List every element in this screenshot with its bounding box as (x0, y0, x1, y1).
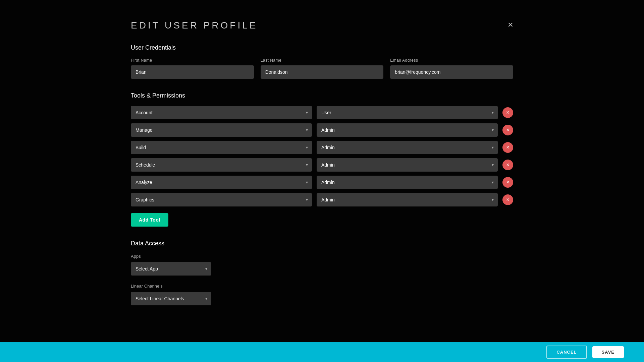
last-name-group: Last Name (261, 58, 384, 79)
modal-title: EDIT USER PROFILE (131, 20, 258, 31)
permission-select-3[interactable]: UserAdminViewer (317, 141, 498, 154)
table-row: AccountManageBuildScheduleAnalyzeGraphic… (131, 141, 513, 154)
table-row: AccountManageBuildScheduleAnalyzeGraphic… (131, 193, 513, 206)
close-button[interactable]: × (508, 20, 513, 29)
save-button[interactable]: SAVE (592, 346, 624, 358)
footer-bar: CANCEL SAVE (0, 342, 644, 362)
tool-select-wrapper-2: AccountManageBuildScheduleAnalyzeGraphic… (131, 123, 312, 137)
remove-row-button-6[interactable]: × (502, 194, 513, 205)
modal-header: EDIT USER PROFILE × (131, 20, 513, 31)
channels-field-section: Linear Channels Select Linear Channels ▾ (131, 284, 513, 305)
apps-select-wrapper: Select App ▾ (131, 262, 211, 276)
tool-select-2[interactable]: AccountManageBuildScheduleAnalyzeGraphic… (131, 123, 312, 137)
first-name-label: First Name (131, 58, 254, 63)
remove-row-button-3[interactable]: × (502, 142, 513, 153)
tool-select-wrapper-3: AccountManageBuildScheduleAnalyzeGraphic… (131, 141, 312, 154)
apps-field-section: Apps Select App ▾ (131, 254, 513, 276)
credentials-section: User Credentials First Name Last Name Em… (131, 44, 513, 79)
permission-select-5[interactable]: UserAdminViewer (317, 176, 498, 189)
tool-select-3[interactable]: AccountManageBuildScheduleAnalyzeGraphic… (131, 141, 312, 154)
permission-select-wrapper-1: UserAdminViewer ▾ (317, 106, 498, 119)
remove-row-button-2[interactable]: × (502, 125, 513, 135)
permission-select-wrapper-5: UserAdminViewer ▾ (317, 176, 498, 189)
remove-row-button-5[interactable]: × (502, 177, 513, 188)
first-name-group: First Name (131, 58, 254, 79)
remove-row-button-1[interactable]: × (502, 107, 513, 118)
permission-select-1[interactable]: UserAdminViewer (317, 106, 498, 119)
apps-label: Apps (131, 254, 513, 259)
add-tool-button[interactable]: Add Tool (131, 213, 168, 227)
tool-select-4[interactable]: AccountManageBuildScheduleAnalyzeGraphic… (131, 158, 312, 172)
tools-section: Tools & Permissions AccountManageBuildSc… (131, 92, 513, 227)
tool-select-wrapper-5: AccountManageBuildScheduleAnalyzeGraphic… (131, 176, 312, 189)
permission-select-wrapper-3: UserAdminViewer ▾ (317, 141, 498, 154)
permission-select-wrapper-4: UserAdminViewer ▾ (317, 158, 498, 172)
credentials-title: User Credentials (131, 44, 513, 51)
credentials-row: First Name Last Name Email Address (131, 58, 513, 79)
data-access-section: Data Access Apps Select App ▾ Linear Cha… (131, 240, 513, 305)
permission-select-6[interactable]: UserAdminViewer (317, 193, 498, 206)
tool-select-wrapper-4: AccountManageBuildScheduleAnalyzeGraphic… (131, 158, 312, 172)
apps-select[interactable]: Select App (131, 262, 211, 276)
cancel-button[interactable]: CANCEL (546, 346, 587, 359)
table-row: AccountManageBuildScheduleAnalyzeGraphic… (131, 176, 513, 189)
modal-container: EDIT USER PROFILE × User Credentials Fir… (0, 0, 644, 342)
tools-title: Tools & Permissions (131, 92, 513, 99)
last-name-input[interactable] (261, 65, 384, 79)
modal-overlay: EDIT USER PROFILE × User Credentials Fir… (0, 0, 644, 362)
permission-select-2[interactable]: UserAdminViewer (317, 123, 498, 137)
permission-select-4[interactable]: UserAdminViewer (317, 158, 498, 172)
permission-select-wrapper-2: UserAdminViewer ▾ (317, 123, 498, 137)
last-name-label: Last Name (261, 58, 384, 63)
channels-label: Linear Channels (131, 284, 513, 289)
tool-select-6[interactable]: AccountManageBuildScheduleAnalyzeGraphic… (131, 193, 312, 206)
remove-row-button-4[interactable]: × (502, 160, 513, 170)
permission-select-wrapper-6: UserAdminViewer ▾ (317, 193, 498, 206)
tool-select-1[interactable]: AccountManageBuildScheduleAnalyzeGraphic… (131, 106, 312, 119)
tool-select-5[interactable]: AccountManageBuildScheduleAnalyzeGraphic… (131, 176, 312, 189)
tool-select-wrapper-6: AccountManageBuildScheduleAnalyzeGraphic… (131, 193, 312, 206)
table-row: AccountManageBuildScheduleAnalyzeGraphic… (131, 106, 513, 119)
email-label: Email Address (390, 58, 513, 63)
table-row: AccountManageBuildScheduleAnalyzeGraphic… (131, 158, 513, 172)
data-access-title: Data Access (131, 240, 513, 247)
tool-select-wrapper-1: AccountManageBuildScheduleAnalyzeGraphic… (131, 106, 312, 119)
email-group: Email Address (390, 58, 513, 79)
channels-select-wrapper: Select Linear Channels ▾ (131, 292, 211, 305)
channels-select[interactable]: Select Linear Channels (131, 292, 211, 305)
first-name-input[interactable] (131, 65, 254, 79)
email-input[interactable] (390, 65, 513, 79)
table-row: AccountManageBuildScheduleAnalyzeGraphic… (131, 123, 513, 137)
